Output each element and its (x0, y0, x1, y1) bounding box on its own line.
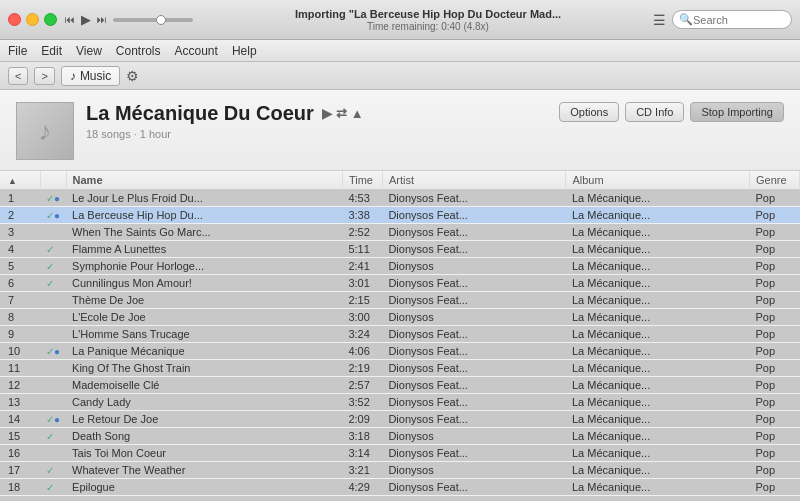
play-button[interactable]: ▶ (81, 12, 91, 27)
forward-button[interactable]: > (34, 67, 54, 85)
row-time: 3:01 (342, 275, 382, 292)
table-row[interactable]: 18 ✓ Epilogue 4:29 Dionysos Feat... La M… (0, 479, 800, 496)
row-status (40, 445, 66, 462)
row-time: 3:38 (342, 207, 382, 224)
row-name: L'Homme Sans Trucage (66, 326, 342, 343)
col-status[interactable] (40, 171, 66, 190)
row-time: 2:57 (342, 377, 382, 394)
album-title-row: La Mécanique Du Coeur ▶ ⇄ ▲ (86, 102, 559, 125)
table-row[interactable]: 9 L'Homme Sans Trucage 3:24 Dionysos Fea… (0, 326, 800, 343)
album-buttons: Options CD Info Stop Importing (559, 102, 784, 122)
options-button[interactable]: Options (559, 102, 619, 122)
row-number: 17 (0, 462, 40, 479)
table-row[interactable]: 13 Candy Lady 3:52 Dionysos Feat... La M… (0, 394, 800, 411)
row-number: 12 (0, 377, 40, 394)
row-album: La Mécanique... (566, 377, 750, 394)
table-row[interactable]: 3 When The Saints Go Marc... 2:52 Dionys… (0, 224, 800, 241)
row-artist: Dionysos Feat... (382, 479, 566, 496)
menu-file[interactable]: File (8, 44, 27, 58)
table-row[interactable]: 7 Thème De Joe 2:15 Dionysos Feat... La … (0, 292, 800, 309)
table-row[interactable]: 4 ✓ Flamme A Lunettes 5:11 Dionysos Feat… (0, 241, 800, 258)
row-genre: Pop (750, 275, 800, 292)
back-button[interactable]: < (8, 67, 28, 85)
table-row[interactable]: 17 ✓ Whatever The Weather 3:21 Dionysos … (0, 462, 800, 479)
table-row[interactable]: 6 ✓ Cunnilingus Mon Amour! 3:01 Dionysos… (0, 275, 800, 292)
progress-track[interactable] (113, 18, 193, 22)
row-time: 3:24 (342, 326, 382, 343)
row-time: 2:15 (342, 292, 382, 309)
row-album: La Mécanique... (566, 241, 750, 258)
table-row[interactable]: 12 Mademoiselle Clé 2:57 Dionysos Feat..… (0, 377, 800, 394)
row-album: La Mécanique... (566, 207, 750, 224)
row-number: 9 (0, 326, 40, 343)
table-row[interactable]: 1 ✓● Le Jour Le Plus Froid Du... 4:53 Di… (0, 190, 800, 207)
gear-icon[interactable]: ⚙ (126, 68, 139, 84)
menu-controls[interactable]: Controls (116, 44, 161, 58)
row-status (40, 292, 66, 309)
menu-account[interactable]: Account (175, 44, 218, 58)
close-button[interactable] (8, 13, 21, 26)
minimize-button[interactable] (26, 13, 39, 26)
track-list[interactable]: ▲ Name Time Artist Album Genre 1 ✓● Le J… (0, 171, 800, 501)
row-artist: Dionysos Feat... (382, 445, 566, 462)
rewind-button[interactable]: ⏮ (65, 14, 75, 25)
row-album: La Mécanique... (566, 411, 750, 428)
row-name: Tais Toi Mon Coeur (66, 445, 342, 462)
row-album: La Mécanique... (566, 190, 750, 207)
row-artist: Dionysos Feat... (382, 190, 566, 207)
col-number[interactable]: ▲ (0, 171, 40, 190)
row-number: 1 (0, 190, 40, 207)
progress-thumb (156, 15, 166, 25)
toolbar: < > ♪ Music ⚙ (0, 62, 800, 90)
music-note-icon: ♪ (70, 69, 76, 83)
row-number: 15 (0, 428, 40, 445)
table-row[interactable]: 2 ✓● La Berceuse Hip Hop Du... 3:38 Dion… (0, 207, 800, 224)
window-title: Importing "La Berceuse Hip Hop Du Docteu… (203, 8, 653, 20)
menu-bar: File Edit View Controls Account Help (0, 40, 800, 62)
table-row[interactable]: 15 ✓ Death Song 3:18 Dionysos La Mécaniq… (0, 428, 800, 445)
col-genre[interactable]: Genre (750, 171, 800, 190)
fast-forward-button[interactable]: ⏭ (97, 14, 107, 25)
row-status: ✓● (40, 190, 66, 207)
row-status (40, 326, 66, 343)
menu-edit[interactable]: Edit (41, 44, 62, 58)
row-status: ✓ (40, 258, 66, 275)
row-number: 7 (0, 292, 40, 309)
shuffle-icon[interactable]: ⇄ (336, 106, 347, 121)
menu-view[interactable]: View (76, 44, 102, 58)
table-row[interactable]: 8 L'Ecole De Joe 3:00 Dionysos La Mécani… (0, 309, 800, 326)
col-artist[interactable]: Artist (382, 171, 566, 190)
col-time[interactable]: Time (342, 171, 382, 190)
row-artist: Dionysos Feat... (382, 394, 566, 411)
row-name: Flamme A Lunettes (66, 241, 342, 258)
cd-info-button[interactable]: CD Info (625, 102, 684, 122)
row-genre: Pop (750, 394, 800, 411)
search-input[interactable] (693, 14, 783, 26)
row-time: 2:19 (342, 360, 382, 377)
stop-importing-button[interactable]: Stop Importing (690, 102, 784, 122)
table-row[interactable]: 11 King Of The Ghost Train 2:19 Dionysos… (0, 360, 800, 377)
header-right: ☰ 🔍 (653, 10, 792, 29)
row-artist: Dionysos Feat... (382, 241, 566, 258)
row-name: Candy Lady (66, 394, 342, 411)
table-row[interactable]: 16 Tais Toi Mon Coeur 3:14 Dionysos Feat… (0, 445, 800, 462)
track-table: ▲ Name Time Artist Album Genre 1 ✓● Le J… (0, 171, 800, 496)
row-genre: Pop (750, 445, 800, 462)
location-text: Music (80, 69, 111, 83)
maximize-button[interactable] (44, 13, 57, 26)
table-row[interactable]: 5 ✓ Symphonie Pour Horloge... 2:41 Diony… (0, 258, 800, 275)
row-status: ✓ (40, 479, 66, 496)
table-row[interactable]: 10 ✓● La Panique Mécanique 4:06 Dionysos… (0, 343, 800, 360)
play-icon[interactable]: ▶ (322, 106, 332, 121)
row-album: La Mécanique... (566, 394, 750, 411)
list-icon[interactable]: ☰ (653, 12, 666, 28)
col-name[interactable]: Name (66, 171, 342, 190)
upload-icon[interactable]: ▲ (351, 106, 364, 121)
table-row[interactable]: 14 ✓● Le Retour De Joe 2:09 Dionysos Fea… (0, 411, 800, 428)
col-album[interactable]: Album (566, 171, 750, 190)
row-time: 3:21 (342, 462, 382, 479)
row-genre: Pop (750, 224, 800, 241)
row-status (40, 360, 66, 377)
row-artist: Dionysos Feat... (382, 207, 566, 224)
menu-help[interactable]: Help (232, 44, 257, 58)
